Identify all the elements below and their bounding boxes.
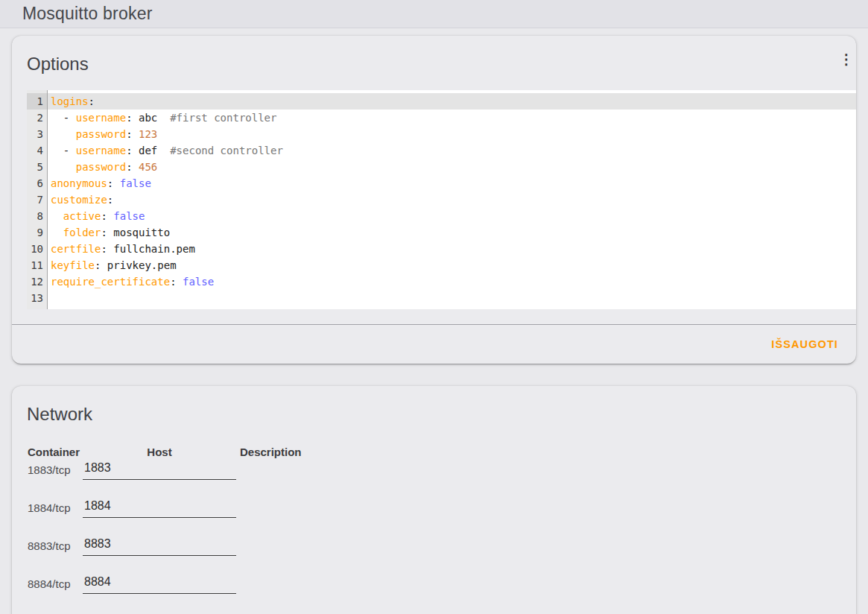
container-port-label: 1883/tcp xyxy=(28,463,83,476)
code-token xyxy=(51,227,63,238)
host-port-input-8884[interactable] xyxy=(83,573,236,594)
code-line: folder: mosquitto xyxy=(48,224,856,241)
code-token: username xyxy=(76,145,126,156)
code-token: username xyxy=(76,112,126,124)
code-token: require_certificate xyxy=(51,276,170,288)
yaml-editor[interactable]: 1 2 3 4 5 6 7 8 9 10 11 12 13 logins: - … xyxy=(27,90,856,309)
code-token: password xyxy=(76,161,126,173)
line-number: 2 xyxy=(27,110,47,126)
line-number: 1 xyxy=(27,93,47,110)
host-port-input-8883[interactable] xyxy=(83,535,236,556)
code-token: false xyxy=(113,210,145,222)
code-token xyxy=(51,210,63,222)
code-token: : xyxy=(89,95,95,107)
column-header-description: Description xyxy=(236,446,841,458)
editor-gutter: 1 2 3 4 5 6 7 8 9 10 11 12 13 xyxy=(27,90,48,309)
line-number: 7 xyxy=(27,192,47,208)
code-token: - xyxy=(51,145,76,156)
container-port-label: 1884/tcp xyxy=(28,501,83,514)
code-token: - xyxy=(51,112,76,124)
column-header-container: Container xyxy=(28,446,83,458)
line-number: 11 xyxy=(27,257,47,273)
line-number: 12 xyxy=(27,273,47,290)
code-token: : xyxy=(126,128,139,140)
line-number: 8 xyxy=(27,208,47,224)
port-description xyxy=(236,459,841,480)
code-token: false xyxy=(183,276,214,288)
code-line: - username: abc #first controller xyxy=(48,110,856,126)
line-number: 6 xyxy=(27,175,47,192)
network-table: Container Host Description 1883/tcp 1884… xyxy=(27,446,841,594)
code-token: : abc xyxy=(126,112,170,124)
code-token: keyfile xyxy=(51,259,95,271)
options-card-footer: IŠSAUGOTI xyxy=(12,325,856,364)
network-port-row: 1884/tcp xyxy=(28,497,841,518)
code-token: #first controller xyxy=(170,112,276,124)
main-content: Options ⋮ 1 2 3 4 5 6 7 8 9 10 11 12 13 xyxy=(0,28,868,614)
options-menu-button[interactable]: ⋮ xyxy=(838,46,855,72)
editor-code-area: logins: - username: abc #first controlle… xyxy=(48,90,856,309)
kebab-menu-icon: ⋮ xyxy=(840,52,854,66)
code-token: customize xyxy=(51,194,107,206)
host-port-input-1884[interactable] xyxy=(83,497,236,518)
options-card-title: Options xyxy=(27,54,841,75)
code-token: anonymous xyxy=(51,177,107,189)
code-token: certfile xyxy=(51,243,101,255)
code-line: require_certificate: false xyxy=(48,273,856,290)
host-port-input-1883[interactable] xyxy=(83,459,236,480)
code-line: password: 456 xyxy=(48,159,856,175)
code-line: logins: xyxy=(48,93,856,110)
line-number: 3 xyxy=(27,126,47,142)
code-line: customize: xyxy=(48,192,856,208)
line-number: 9 xyxy=(27,224,47,241)
code-token: active xyxy=(63,210,101,222)
code-token: : xyxy=(107,177,120,189)
code-token: : def xyxy=(126,145,170,156)
code-token: : mosquitto xyxy=(101,227,170,238)
code-token: 456 xyxy=(139,161,157,173)
code-token: folder xyxy=(63,227,101,238)
code-line: password: 123 xyxy=(48,126,856,142)
network-port-row: 1883/tcp xyxy=(28,459,841,480)
code-token: : xyxy=(126,161,139,173)
port-description xyxy=(236,497,841,518)
code-token: false xyxy=(120,177,151,189)
code-token: : xyxy=(170,276,183,288)
code-token: : fullchain.pem xyxy=(101,243,194,255)
network-card: Network Container Host Description 1883/… xyxy=(12,386,856,614)
code-line: keyfile: privkey.pem xyxy=(48,257,856,273)
code-token xyxy=(51,128,76,140)
options-card: Options ⋮ 1 2 3 4 5 6 7 8 9 10 11 12 13 xyxy=(12,36,856,364)
network-port-row: 8884/tcp xyxy=(28,573,841,594)
app-header: Mosquitto broker xyxy=(0,0,868,28)
line-number: 13 xyxy=(27,290,47,306)
code-token xyxy=(51,161,76,173)
code-line: anonymous: false xyxy=(48,175,856,192)
network-table-header: Container Host Description xyxy=(28,446,841,459)
code-token: : xyxy=(101,210,113,222)
code-line: certfile: fullchain.pem xyxy=(48,241,856,257)
code-token: password xyxy=(76,128,126,140)
container-port-label: 8884/tcp xyxy=(28,577,83,590)
code-line xyxy=(48,290,856,306)
container-port-label: 8883/tcp xyxy=(28,539,83,552)
column-header-host: Host xyxy=(147,446,171,458)
save-button[interactable]: IŠSAUGOTI xyxy=(761,332,849,356)
line-number: 10 xyxy=(27,241,47,257)
code-token: : xyxy=(107,194,113,206)
code-token: 123 xyxy=(139,128,157,140)
network-port-row: 8883/tcp xyxy=(28,535,841,556)
page-title: Mosquitto broker xyxy=(22,4,153,24)
code-token: #second controller xyxy=(170,145,283,156)
code-line: active: false xyxy=(48,208,856,224)
code-token: logins xyxy=(51,95,89,107)
network-card-title: Network xyxy=(27,404,841,425)
line-number: 4 xyxy=(27,142,47,159)
line-number: 5 xyxy=(27,159,47,175)
code-line: - username: def #second controller xyxy=(48,142,856,159)
port-description xyxy=(236,535,841,556)
code-token: : privkey.pem xyxy=(95,259,177,271)
port-description xyxy=(236,573,841,594)
options-card-header: Options xyxy=(12,54,856,75)
